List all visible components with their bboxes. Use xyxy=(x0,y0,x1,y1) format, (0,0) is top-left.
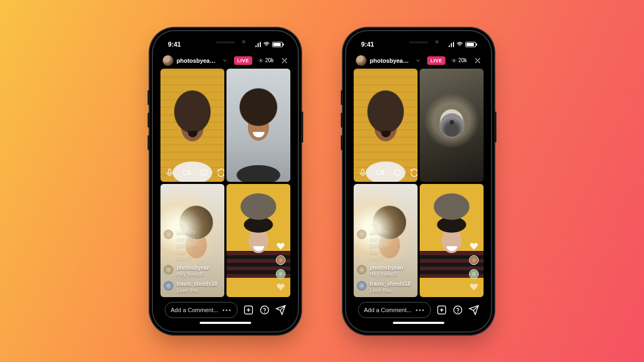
live-badge: LIVE xyxy=(234,56,252,65)
commenter-avatar xyxy=(164,265,173,275)
comment-input[interactable]: Add a Comment... ••• xyxy=(358,302,431,318)
add-guest-button[interactable] xyxy=(243,305,254,315)
phone-mockup-right: 9:41 photosbyean, ame... LIVE 20k xyxy=(346,31,491,331)
mic-button[interactable] xyxy=(357,167,369,179)
commenter-username: travis_shreds18 xyxy=(177,281,217,287)
switch-camera-button[interactable] xyxy=(408,167,418,179)
comment-text: Love this. xyxy=(370,287,411,294)
close-icon xyxy=(281,57,288,64)
effects-button[interactable] xyxy=(198,167,210,179)
video-tile-host[interactable] xyxy=(354,69,418,182)
reaction-avatar xyxy=(276,255,286,265)
status-indicators xyxy=(253,41,283,48)
switch-camera-icon xyxy=(216,168,224,178)
viewer-count: 20k xyxy=(265,57,274,63)
commenter-avatar xyxy=(164,281,173,291)
home-indicator[interactable] xyxy=(393,322,444,324)
comment-input[interactable]: Add a Comment... ••• xyxy=(165,302,238,318)
host-avatar[interactable] xyxy=(163,55,173,66)
comment-item[interactable]: aloearsare you going on tour soon? xyxy=(357,230,394,262)
screen: 9:41 photosbyean, ame... LIVE 20k xyxy=(158,36,292,326)
video-tile-host[interactable] xyxy=(160,69,224,182)
reactions-stream xyxy=(466,242,481,292)
live-header: photosbyean, ame... LIVE 20k xyxy=(158,54,292,68)
heart-icon xyxy=(276,242,285,251)
chevron-down-icon[interactable] xyxy=(222,58,228,63)
add-guest-button[interactable] xyxy=(436,305,447,315)
comment-options-button[interactable]: ••• xyxy=(415,307,425,313)
chevron-down-icon[interactable] xyxy=(415,58,421,63)
svg-point-3 xyxy=(201,169,207,176)
home-indicator[interactable] xyxy=(200,322,251,324)
svg-rect-10 xyxy=(362,169,364,173)
svg-point-7 xyxy=(261,306,269,314)
share-button[interactable] xyxy=(469,305,479,315)
video-tile-joining[interactable] xyxy=(420,69,484,182)
reaction-avatar xyxy=(469,255,479,265)
video-tile-guest-1[interactable] xyxy=(226,69,290,182)
comment-placeholder: Add a Comment... xyxy=(171,307,218,313)
switch-camera-button[interactable] xyxy=(215,167,224,179)
live-header: photosbyean, ame... LIVE 20k xyxy=(352,54,486,68)
svg-point-4 xyxy=(202,171,203,172)
questions-button[interactable] xyxy=(259,305,270,315)
status-time: 9:41 xyxy=(168,41,181,48)
wifi-icon xyxy=(263,41,270,48)
status-time: 9:41 xyxy=(361,41,374,48)
video-tile-guest-3[interactable] xyxy=(226,184,290,297)
mic-button[interactable] xyxy=(164,167,175,179)
viewer-count: 20k xyxy=(458,57,467,63)
camera-button[interactable] xyxy=(181,167,193,179)
comment-item[interactable]: travis_shreds18Love this. xyxy=(357,281,394,294)
close-button[interactable] xyxy=(280,55,288,66)
share-button[interactable] xyxy=(275,305,286,315)
heart-icon xyxy=(276,283,285,292)
status-indicators xyxy=(447,41,477,48)
svg-point-9 xyxy=(453,60,455,61)
eye-icon xyxy=(451,58,457,63)
host-avatar[interactable] xyxy=(356,55,367,66)
notch xyxy=(193,36,258,48)
face-effects-icon xyxy=(199,168,209,178)
add-square-icon xyxy=(243,305,254,315)
close-button[interactable] xyxy=(473,55,481,66)
phone-mockup-left: 9:41 photosbyean, ame... LIVE 20k xyxy=(153,31,298,331)
comment-options-button[interactable]: ••• xyxy=(222,307,232,313)
comment-item[interactable]: photosbyeanHey friend!! xyxy=(357,265,394,278)
camera-button[interactable] xyxy=(374,167,386,179)
svg-point-5 xyxy=(205,171,206,172)
commenter-avatar xyxy=(357,230,367,239)
reaction-avatar xyxy=(469,269,479,279)
question-icon xyxy=(452,305,463,315)
host-names[interactable]: photosbyean, ame... xyxy=(177,57,219,64)
svg-point-14 xyxy=(398,171,399,172)
commenter-avatar xyxy=(164,230,173,239)
comment-item[interactable]: aloearsare you going on tour soon? xyxy=(164,230,201,262)
video-tile-guest-2[interactable]: aloearsare you going on tour soon? photo… xyxy=(354,184,418,297)
comments-overlay: aloearsare you going on tour soon? photo… xyxy=(357,230,394,294)
questions-button[interactable] xyxy=(452,305,463,315)
battery-icon xyxy=(272,42,283,47)
joining-avatar xyxy=(440,113,464,137)
reactions-stream xyxy=(273,242,288,292)
notch xyxy=(386,36,451,48)
send-icon xyxy=(469,305,479,315)
comment-item[interactable]: travis_shreds18Love this. xyxy=(164,281,201,294)
viewer-count-badge[interactable]: 20k xyxy=(255,56,277,65)
comment-item[interactable]: photosbyeanHey friend!! xyxy=(164,265,201,278)
commenter-username: photosbyean xyxy=(177,265,210,271)
mic-icon xyxy=(165,168,174,178)
video-tile-guest-2[interactable]: aloearsare you going on tour soon? photo… xyxy=(160,184,224,297)
svg-rect-2 xyxy=(183,171,188,175)
comment-text: Love this. xyxy=(177,287,217,294)
comments-overlay: aloearsare you going on tour soon? photo… xyxy=(164,230,201,294)
question-icon xyxy=(259,305,270,315)
viewer-count-badge[interactable]: 20k xyxy=(449,56,470,65)
video-tile-guest-3[interactable] xyxy=(420,184,484,297)
host-names[interactable]: photosbyean, ame... xyxy=(370,57,412,64)
heart-icon xyxy=(470,242,478,251)
mic-icon xyxy=(358,168,368,178)
commenter-username: aloears xyxy=(177,230,201,236)
commenter-username: travis_shreds18 xyxy=(370,281,411,287)
effects-button[interactable] xyxy=(391,167,403,179)
